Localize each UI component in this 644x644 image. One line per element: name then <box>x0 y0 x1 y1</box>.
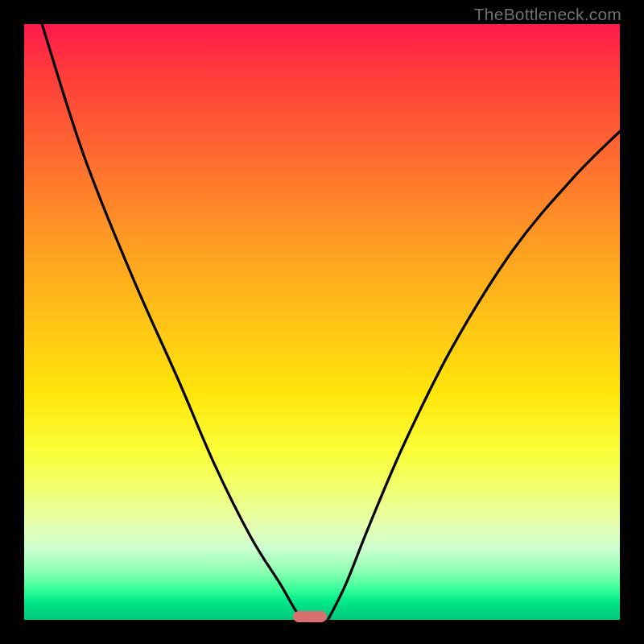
bottleneck-marker <box>293 611 327 622</box>
right-curve <box>328 131 620 620</box>
left-curve <box>42 24 310 620</box>
curves-svg <box>24 24 620 620</box>
watermark-text: TheBottleneck.com <box>474 5 621 24</box>
plot-area <box>24 24 620 620</box>
chart-frame: TheBottleneck.com <box>0 0 644 644</box>
